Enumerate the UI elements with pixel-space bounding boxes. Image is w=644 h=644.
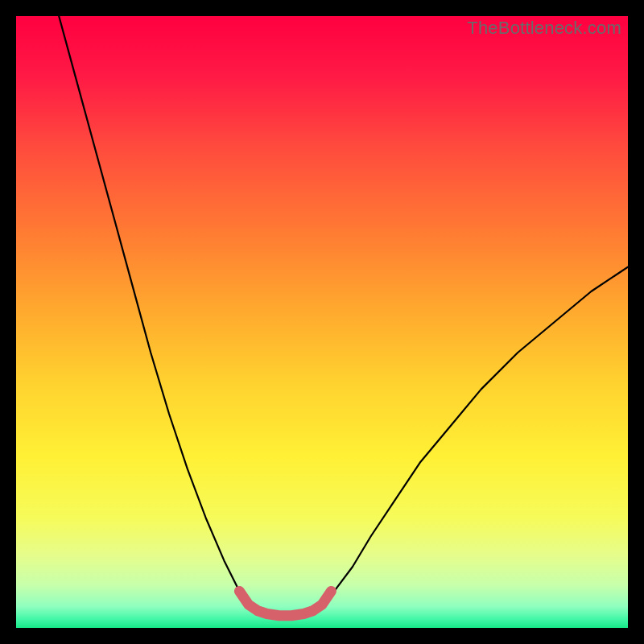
curve-left-branch [59, 16, 249, 606]
trough-highlight [239, 591, 331, 615]
chart-frame: TheBottleneck.com [0, 0, 644, 644]
plot-area: TheBottleneck.com [16, 16, 628, 628]
curve-layer [16, 16, 628, 628]
watermark-text: TheBottleneck.com [467, 18, 621, 39]
curve-right-branch [322, 267, 628, 607]
